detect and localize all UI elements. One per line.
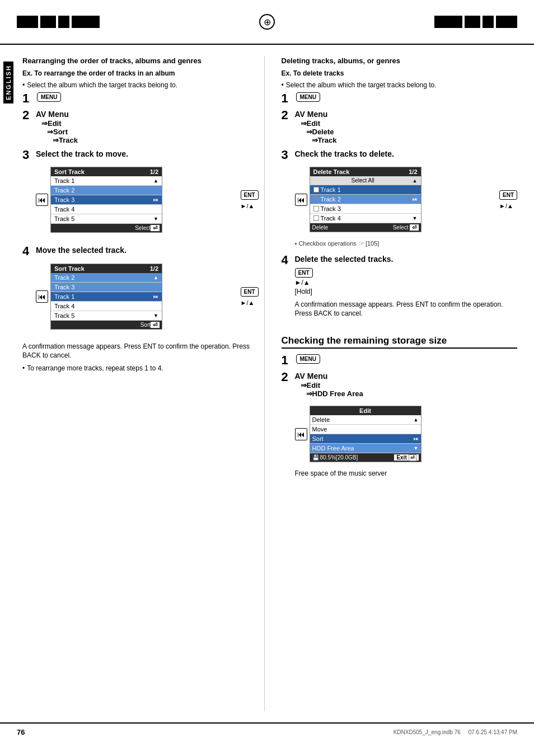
- right-confirm-text: A confirmation message appears. Press EN…: [295, 300, 518, 319]
- top-bar-right: [434, 16, 517, 28]
- delete-row-track1: ✓ Track 1: [310, 185, 421, 195]
- checkbox-note: • Checkbox operations ☞ [105]: [295, 240, 518, 247]
- delete-track-table-wrap: Delete Track 1/2 Select All ▲: [310, 162, 495, 237]
- top-bar-block4: [72, 16, 100, 28]
- play-arrow-icon-3: ►/▲: [499, 203, 513, 209]
- main-content: ENGLISH Rearranging the order of tracks,…: [0, 45, 534, 722]
- delete-table-header-left: Delete Track: [313, 168, 350, 175]
- left-section-title: Rearranging the order of tracks, albums …: [22, 56, 259, 66]
- left-step4-num: 4: [22, 245, 32, 257]
- track-row-2-4-text: Track 4: [54, 303, 158, 309]
- delete-track3-text: Track 3: [321, 205, 418, 212]
- hdd-row-sort: Sort ⏭: [310, 434, 421, 444]
- date-info-text: 07.6.25 4:13:47 PM: [469, 729, 517, 735]
- skip-back-icon-3: ⏮: [295, 194, 307, 206]
- skip-forward-icon-3: ⏭: [413, 196, 418, 202]
- left-step4-content: Move the selected track. ⏮ Sort Track 1/…: [36, 245, 259, 337]
- hdd-table-footer: 💾 80.5%[20.0GB] Exit ⏎: [310, 453, 421, 462]
- track-table-1: Sort Track 1/2 Track 1 ▲ Track 2: [50, 167, 162, 233]
- hdd-table-with-nav: ⏮ Edit Delete ▲ Move: [295, 402, 421, 466]
- sort-label-2: Sort: [140, 322, 151, 328]
- delete-row-track2: Track 2 ⏭: [310, 195, 421, 204]
- right-step2-arrow3: ⇒Track: [312, 136, 518, 144]
- hdd-free-text: HDD Free Area: [312, 445, 412, 452]
- track-table-1-footer: Select ⏎: [51, 224, 162, 232]
- checking-title: Checking the remaining storage size: [282, 335, 518, 349]
- left-confirm-text: A confirmation message appears. Press EN…: [22, 342, 259, 361]
- skip-forward-icon-2: ⏭: [153, 294, 158, 299]
- select-btn-icon-1: ⏎: [151, 225, 160, 231]
- ent-button-2: ENT: [241, 287, 259, 297]
- exit-icon: ⏎: [409, 454, 416, 461]
- checking-step1-num: 1: [282, 354, 292, 367]
- hdd-scroll-up: ▲: [414, 417, 419, 422]
- hdd-storage-info: 💾 80.5%[20.0GB]: [312, 454, 358, 461]
- checking-step2-arrow2: ⇒HDD Free Area: [306, 389, 518, 398]
- checking-step2-main: AV Menu: [295, 371, 518, 381]
- sort-track-table2: Sort Track 1/2 Track 2 ▲ Track 3: [50, 259, 236, 334]
- nav-cluster-2: ENT ►/▲: [241, 287, 259, 306]
- track-row-2-4: Track 4: [51, 302, 162, 311]
- hdd-sort-text: Sort: [312, 435, 412, 442]
- delete-select-icon: ⏎: [410, 224, 419, 231]
- right-step2-arrow2: ⇒Delete: [306, 128, 518, 136]
- left-step3: 3 Select the track to move. ⏮ Sort Track: [22, 149, 259, 241]
- track-row-2-1: Track 2 ▲: [51, 273, 162, 283]
- skip-back-icon-2: ⏮: [36, 290, 48, 303]
- delete-track4-text: Track 4: [321, 215, 413, 222]
- top-bar-block6: [465, 16, 480, 28]
- select-label-1: Select: [135, 225, 151, 231]
- delete-table-footer: Delete Select ⏎: [310, 223, 421, 232]
- hdd-row-move: Move: [310, 425, 421, 434]
- delete-row-select-all: Select All ▲: [310, 176, 421, 185]
- top-bar: ⊕: [0, 0, 534, 45]
- right-step2-main: AV Menu: [295, 109, 518, 119]
- track-row-1-4: Track 4: [51, 205, 162, 214]
- delete-table-header: Delete Track 1/2: [310, 167, 421, 176]
- top-bar-block8: [496, 16, 517, 28]
- delete-footer-left: Delete: [312, 224, 329, 231]
- hdd-row-free: HDD Free Area ▼: [310, 444, 421, 453]
- left-step1: 1 MENU: [22, 92, 259, 105]
- select-all-text: Select All: [313, 177, 413, 184]
- skip-forward-icon-1: ⏭: [153, 197, 158, 203]
- right-step2-arrow1: ⇒Edit: [301, 119, 518, 128]
- right-step2-content: AV Menu ⇒Edit ⇒Delete ⇒Track: [295, 109, 518, 144]
- delete-table-header-right: 1/2: [409, 168, 417, 175]
- checkbox-track2: [313, 196, 319, 202]
- checking-step1-content: MENU: [295, 354, 518, 364]
- left-step2-num: 2: [22, 109, 32, 121]
- scroll-up-icon-2: ▲: [153, 275, 158, 280]
- left-step1-num: 1: [22, 92, 32, 105]
- track-row-1-2: Track 2: [51, 186, 162, 195]
- page: ⊕ ENGLISH Rearranging the order of track…: [0, 0, 534, 756]
- left-step2-arrow1: ⇒Edit: [41, 119, 259, 128]
- right-step3-num: 3: [282, 149, 292, 161]
- play-arrow-icon-2: ►/▲: [241, 299, 255, 306]
- delete-track1-text: Track 1: [321, 186, 418, 193]
- repeat-note-bullet: • To rearrange more tracks, repeat steps…: [22, 364, 259, 373]
- left-step3-label: Select the track to move.: [36, 149, 259, 159]
- right-step3-content: Check the tracks to delete. ⏮ Delete Tra…: [295, 149, 518, 250]
- track-row-1-5: Track 5 ▼: [51, 214, 162, 224]
- track-table-1-header-left: Sort Track: [54, 168, 85, 175]
- right-step2: 2 AV Menu ⇒Edit ⇒Delete ⇒Track: [282, 109, 518, 144]
- delete-track-table-container: ⏮ Delete Track 1/2 Select All: [295, 162, 518, 237]
- left-step2-main: AV Menu: [36, 109, 259, 119]
- left-intro-text: Select the album which the target tracks…: [27, 81, 177, 90]
- skip-back-icon-4: ⏮: [295, 428, 307, 440]
- play-arrow-icon-1: ►/▲: [241, 203, 255, 209]
- delete-footer-right: Select: [393, 224, 409, 231]
- checking-step2-content: AV Menu ⇒Edit ⇒HDD Free Area ⏮ Edit Dele…: [295, 371, 518, 482]
- right-step1: 1 MENU: [282, 92, 518, 105]
- left-step3-content: Select the track to move. ⏮ Sort Track 1…: [36, 149, 259, 241]
- left-step4: 4 Move the selected track. ⏮ Sort Track …: [22, 245, 259, 337]
- track-row-1-4-text: Track 4: [54, 206, 158, 213]
- left-step4-label: Move the selected track.: [36, 245, 259, 255]
- scroll-down-icon-3: ▼: [413, 215, 418, 221]
- right-step4-num: 4: [282, 254, 292, 266]
- ent-button-4: ENT: [295, 268, 313, 278]
- right-step4-label: Delete the selected tracks.: [295, 254, 518, 264]
- right-intro-bullet: • Select the album which the target trac…: [282, 81, 518, 90]
- compass-circle-top: ⊕: [259, 14, 275, 30]
